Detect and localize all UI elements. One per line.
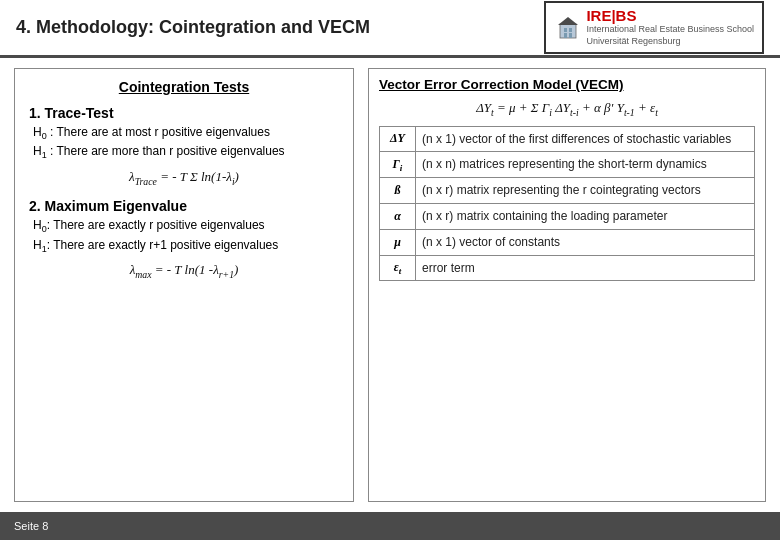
desc-cell: (n x r) matrix containing the loading pa… — [416, 203, 755, 229]
trace-h0-text: H0 : There are at most r positive eigenv… — [33, 125, 270, 139]
desc-cell: (n x 1) vector of the first differences … — [416, 126, 755, 152]
trace-h0: H0 : There are at most r positive eigenv… — [29, 125, 339, 141]
building-icon — [554, 14, 582, 42]
logo-area: IRE|BS International Real Estate Busines… — [544, 1, 764, 53]
table-row: ΔY(n x 1) vector of the first difference… — [380, 126, 755, 152]
right-panel: Vector Error Correction Model (VECM) ΔYt… — [368, 68, 766, 502]
cointegration-tests-title: Cointegration Tests — [29, 79, 339, 95]
max-h0-text: H0: There are exactly r positive eigenva… — [33, 218, 265, 232]
svg-rect-3 — [564, 33, 567, 38]
svg-rect-2 — [569, 28, 572, 32]
svg-marker-5 — [558, 17, 578, 25]
vecm-table: ΔY(n x 1) vector of the first difference… — [379, 126, 755, 282]
max-eigenvalue-heading: 2. Maximum Eigenvalue — [29, 198, 339, 214]
footer: Seite 8 — [0, 512, 780, 540]
logo-subtext2: Universität Regensburg — [586, 36, 754, 48]
page-title: 4. Methodology: Cointegration and VECM — [16, 17, 370, 38]
svg-rect-4 — [569, 33, 572, 38]
trace-h1-text: H1 : There are more than r positive eige… — [33, 144, 285, 158]
desc-cell: (n x 1) vector of constants — [416, 229, 755, 255]
symbol-cell: α — [380, 203, 416, 229]
table-row: ß(n x r) matrix representing the r coint… — [380, 178, 755, 204]
symbol-cell: ΔY — [380, 126, 416, 152]
max-h0: H0: There are exactly r positive eigenva… — [29, 218, 339, 234]
max-formula: λmax = - T ln(1 -λr+1) — [29, 262, 339, 280]
desc-cell: error term — [416, 255, 755, 281]
logo-main-text: IRE|BS — [586, 7, 754, 24]
logo-box: IRE|BS International Real Estate Busines… — [544, 1, 764, 53]
svg-rect-0 — [560, 24, 576, 38]
table-row: Γi(n x n) matrices representing the shor… — [380, 152, 755, 178]
max-h1-text: H1: There are exactly r+1 positive eigen… — [33, 238, 278, 252]
symbol-cell: ß — [380, 178, 416, 204]
desc-cell: (n x r) matrix representing the r cointe… — [416, 178, 755, 204]
desc-cell: (n x n) matrices representing the short-… — [416, 152, 755, 178]
logo-text-group: IRE|BS International Real Estate Busines… — [586, 7, 754, 47]
trace-test-heading: 1. Trace-Test — [29, 105, 339, 121]
header: 4. Methodology: Cointegration and VECM I… — [0, 0, 780, 58]
symbol-cell: μ — [380, 229, 416, 255]
table-row: α(n x r) matrix containing the loading p… — [380, 203, 755, 229]
vecm-title: Vector Error Correction Model (VECM) — [379, 77, 755, 92]
trace-formula-text: λTrace = - T Σ ln(1-λi) — [129, 169, 239, 184]
trace-formula: λTrace = - T Σ ln(1-λi) — [29, 169, 339, 187]
symbol-cell: Γi — [380, 152, 416, 178]
logo-subtext1: International Real Estate Business Schoo… — [586, 24, 754, 36]
footer-page-label: Seite 8 — [14, 520, 48, 532]
trace-h1: H1 : There are more than r positive eige… — [29, 144, 339, 160]
table-row: μ(n x 1) vector of constants — [380, 229, 755, 255]
max-formula-text: λmax = - T ln(1 -λr+1) — [130, 262, 239, 277]
vecm-formula: ΔYt = μ + Σ Γi ΔYt-i + α β′ Yt-1 + εt — [379, 100, 755, 118]
left-panel: Cointegration Tests 1. Trace-Test H0 : T… — [14, 68, 354, 502]
max-h1: H1: There are exactly r+1 positive eigen… — [29, 238, 339, 254]
svg-rect-1 — [564, 28, 567, 32]
symbol-cell: εt — [380, 255, 416, 281]
table-row: εterror term — [380, 255, 755, 281]
main-content: Cointegration Tests 1. Trace-Test H0 : T… — [0, 58, 780, 512]
